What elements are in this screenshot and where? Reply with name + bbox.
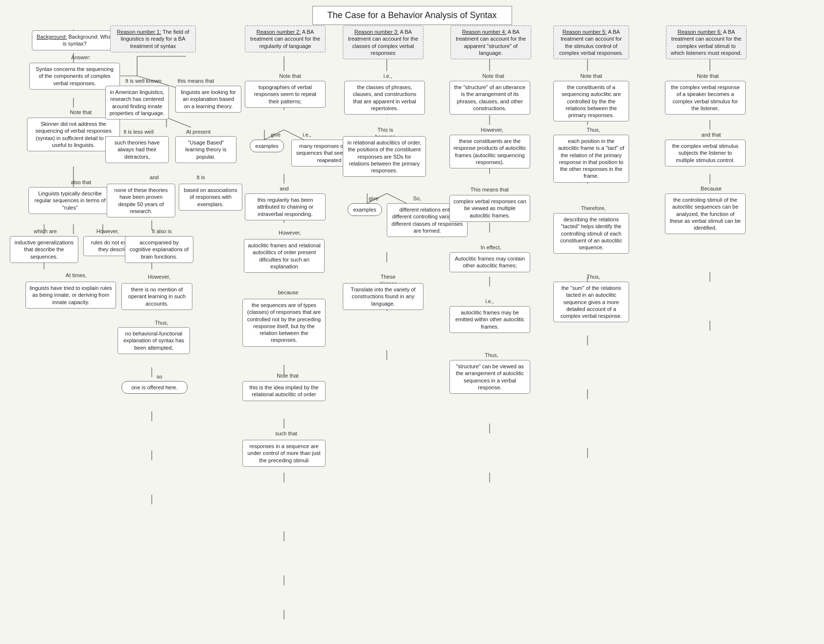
thus-2: Thus, [482, 352, 501, 358]
ie-1: i.e., [300, 131, 314, 138]
main-title: The Case for a Behavior Analysis of Synt… [312, 6, 512, 25]
note-that-1: Note that [66, 109, 95, 116]
complex-verbal2: the complex verbal stimulus subjects the… [665, 140, 746, 167]
sequences-types: the sequences are of types (classes) of … [242, 299, 326, 347]
based-assoc: based on associations of responses with … [179, 184, 242, 211]
examples1: examples [250, 140, 284, 152]
svg-line-19 [166, 118, 191, 127]
linguists-tried: linguists have tried to explain rules as… [25, 282, 116, 309]
which-are: which are [32, 228, 59, 235]
responses-seq: responses in a sequence are under contro… [242, 440, 326, 467]
however-1: However, [93, 228, 122, 235]
reason1-label: Reason number 1: [117, 29, 162, 35]
usage-based: "Usage Based" learning theory is popular… [175, 136, 236, 163]
note-that-6: Note that [694, 72, 721, 79]
and-that: and that [700, 131, 722, 138]
each-position: each position in the autoclitic frame is… [553, 135, 629, 183]
such-that: such that [275, 430, 297, 437]
reason2-node: Reason number 2: A BA treatment can acco… [245, 25, 326, 52]
examples2: examples [348, 203, 382, 216]
sum-relations: the "sum" of the relations tacted in an … [553, 282, 629, 322]
accompanied: accompanied by cognitive explanations of… [125, 236, 193, 263]
background-text: Background: What is syntax? [63, 34, 113, 47]
thus-1: Thus, [152, 319, 171, 326]
autoclitic-frames: autoclitic frames and relational autocli… [244, 239, 325, 273]
however-3: However, [275, 229, 305, 236]
reason6-node: Reason number 6: A BA treatment can acco… [666, 25, 747, 59]
note-that-3: Note that [274, 372, 301, 379]
american-ling-node: in American linguistics, research has ce… [105, 86, 169, 119]
it-is: It is [193, 174, 208, 181]
because-1: because [277, 289, 299, 296]
relational: in relational autoclitics of order, the … [343, 136, 426, 177]
background-node: Background: Background: What is syntax? [32, 30, 118, 50]
complex-viewed: complex verbal responses can be viewed a… [449, 195, 530, 222]
ling-looking-node: linguists are looking for an explanation… [175, 86, 241, 113]
diagram-container: The Case for a Behavior Analysis of Synt… [0, 0, 824, 644]
these-const: these constituents are the response prod… [449, 135, 530, 168]
frames-emitted: autoclitic frames may be emitted within … [449, 306, 530, 333]
this-means: this means that [176, 77, 215, 84]
reason2-label: Reason number 2: [257, 29, 301, 35]
reason4-label: Reason number 4: [462, 29, 507, 35]
reason5-label: Reason number 5: [563, 29, 607, 35]
note-that-5: Note that [578, 72, 605, 79]
so: so [153, 373, 165, 380]
describing: describing the relations "tacted" helps … [553, 213, 629, 254]
reason5-node: Reason number 5: A BA treatment can acco… [553, 25, 629, 59]
however-2: However, [144, 273, 174, 280]
at-times: At times, [63, 272, 90, 279]
structure-viewed: "structure" can be viewed as the arrange… [449, 360, 530, 394]
reason1-node: Reason number 1: The field of linguistic… [110, 25, 196, 52]
theories-detractors: such theories have always had their detr… [105, 136, 169, 163]
give-2: give [366, 195, 381, 202]
and-2: and [278, 185, 290, 192]
one-offered: one is offered here. [121, 381, 188, 394]
constituents-seq: the constituents of a sequencing autocli… [553, 81, 629, 121]
reason6-label: Reason number 6: [678, 29, 722, 35]
none-proven: none of these theories have been proven … [107, 184, 175, 217]
inductive-node: inductive generalizations that describe … [10, 236, 78, 263]
because-2: Because [700, 185, 722, 192]
linguists-rules: Linguists typically describe regular seq… [28, 187, 112, 214]
therefore: Therefore, [579, 205, 608, 212]
reason3-label: Reason number 3: [354, 29, 399, 35]
background-label: Background: [37, 34, 67, 40]
no-operant: there is no mention of operant learning … [121, 283, 192, 310]
classes-phrases: the classes of phrases, clauses, and con… [344, 81, 425, 115]
answer-label: Answer: [69, 54, 93, 61]
idea-implied: this is the idea implied by the relation… [242, 381, 326, 401]
autoclitic-may: Autoclitic frames may contain other auto… [449, 252, 530, 272]
reason4-node: Reason number 4: A BA treatment can acco… [450, 25, 531, 59]
ie-3: i.e., [482, 298, 497, 305]
ie-2: i.e., [380, 72, 395, 79]
thus-3: Thus, [584, 126, 603, 133]
give-1: give [268, 131, 283, 138]
also-that: also that [68, 179, 94, 186]
controlling: the controling stimuli of the autoclitic… [665, 193, 746, 234]
note-that-2: Note that [277, 72, 304, 79]
however-4: However, [477, 126, 507, 133]
at-present: At present [181, 128, 215, 135]
note-that-4: Note that [480, 72, 507, 79]
and-1: and [147, 174, 162, 181]
reason3-node: Reason number 3: A BA treatment can acco… [343, 25, 424, 59]
regularity: this regularity has been attributed to c… [245, 193, 326, 220]
thus-4: Thus, [584, 273, 603, 280]
in-effect: In effect, [477, 244, 504, 251]
no-behav: no behavioral-functional explanation of … [118, 327, 190, 354]
translate: Translate into the variety of constructi… [343, 283, 424, 310]
complex-verbal: the complex verbal response of a speaker… [665, 81, 746, 115]
topographies: topographies of verbal responses seem to… [245, 81, 326, 108]
structure-arr: the "structure" of an utterance is the a… [449, 81, 530, 115]
this-means2: This means that [470, 186, 509, 193]
